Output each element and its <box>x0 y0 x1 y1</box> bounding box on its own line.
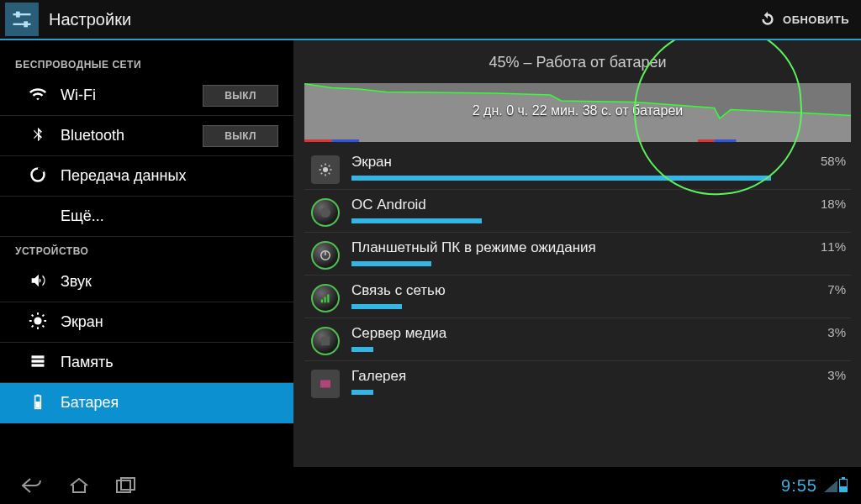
section-header: УСТРОЙСТВО <box>0 237 293 262</box>
usage-label: Сервер медиа <box>351 325 804 342</box>
svg-rect-14 <box>698 139 715 142</box>
sound-icon <box>27 271 49 293</box>
wifi-icon <box>27 85 49 107</box>
refresh-button[interactable]: ОБНОВИТЬ <box>747 0 861 39</box>
home-button[interactable] <box>55 467 103 504</box>
sidebar-item-label: Экран <box>61 313 278 331</box>
signal-icon <box>824 480 837 492</box>
wifi-toggle[interactable]: ВЫКЛ <box>203 85 278 107</box>
usage-percent: 3% <box>804 366 846 382</box>
sidebar-item-label: Передача данных <box>61 167 278 185</box>
refresh-label: ОБНОВИТЬ <box>783 13 849 26</box>
battery-status-title: 45% – Работа от батареи <box>304 47 851 83</box>
sidebar-item-data-usage[interactable]: Передача данных <box>0 156 293 197</box>
usage-row[interactable]: Сервер медиа3% <box>304 318 851 361</box>
recents-button[interactable] <box>103 467 150 504</box>
sidebar-item-label: Память <box>61 354 278 371</box>
settings-sidebar: БЕСПРОВОДНЫЕ СЕТИ Wi-Fi ВЫКЛ Bluetooth В… <box>0 40 294 467</box>
svg-rect-15 <box>715 139 737 142</box>
back-button[interactable] <box>8 467 55 504</box>
back-icon <box>20 476 44 495</box>
sidebar-item-more[interactable]: Ещё... <box>0 197 293 237</box>
usage-percent: 7% <box>804 281 846 297</box>
storage-icon <box>27 353 49 373</box>
action-bar: Настройки ОБНОВИТЬ <box>0 0 861 40</box>
usage-bar <box>351 176 771 181</box>
sidebar-item-label: Звук <box>61 273 278 291</box>
svg-rect-1 <box>13 24 31 25</box>
usage-percent: 18% <box>804 195 846 211</box>
recents-icon <box>115 477 137 494</box>
usage-row[interactable]: Связь с сетью7% <box>304 276 851 318</box>
brightness-icon <box>311 155 340 184</box>
page-title: Настройки <box>49 10 131 29</box>
usage-bar <box>351 347 373 352</box>
usage-percent: 3% <box>804 323 846 339</box>
svg-rect-6 <box>32 355 45 358</box>
svg-rect-13 <box>332 139 360 142</box>
android-icon <box>311 198 340 227</box>
svg-rect-2 <box>16 12 20 18</box>
svg-point-16 <box>323 167 328 172</box>
data-usage-icon <box>27 166 49 186</box>
svg-rect-7 <box>32 360 45 362</box>
usage-row[interactable]: ОС Android18% <box>304 190 851 233</box>
svg-rect-10 <box>36 394 39 396</box>
svg-point-5 <box>34 317 41 324</box>
usage-bar <box>351 218 482 223</box>
usage-label: Галерея <box>351 368 804 385</box>
settings-app-icon <box>5 3 39 36</box>
battery-usage-list: Экран58%ОС Android18%Планшетный ПК в реж… <box>304 147 851 403</box>
system-nav-bar: 9:55 <box>0 467 861 504</box>
clock: 9:55 <box>781 476 817 496</box>
sidebar-item-label: Bluetooth <box>61 127 203 144</box>
home-icon <box>68 476 90 495</box>
svg-rect-20 <box>325 297 326 303</box>
sidebar-item-display[interactable]: Экран <box>0 302 293 343</box>
svg-rect-23 <box>320 381 330 388</box>
svg-rect-21 <box>327 295 329 303</box>
svg-rect-12 <box>304 139 332 142</box>
svg-rect-19 <box>321 300 323 303</box>
svg-rect-3 <box>24 21 28 27</box>
bluetooth-toggle[interactable]: ВЫКЛ <box>203 125 278 147</box>
usage-label: Экран <box>351 154 804 171</box>
battery-duration-label: 2 дн. 0 ч. 22 мин. 38 с. от батареи <box>304 103 851 118</box>
battery-history-chart[interactable]: 2 дн. 0 ч. 22 мин. 38 с. от батареи <box>304 83 851 142</box>
sidebar-item-sound[interactable]: Звук <box>0 262 293 302</box>
usage-bar <box>351 390 373 395</box>
usage-label: ОС Android <box>351 197 804 213</box>
usage-percent: 11% <box>804 238 846 254</box>
svg-rect-11 <box>36 402 40 408</box>
refresh-icon <box>759 11 776 28</box>
sidebar-item-label: Wi-Fi <box>61 87 203 104</box>
media-icon <box>311 327 340 355</box>
bluetooth-icon <box>27 126 49 146</box>
section-header: БЕСПРОВОДНЫЕ СЕТИ <box>0 50 293 76</box>
usage-bar <box>351 261 431 266</box>
sidebar-item-bluetooth[interactable]: Bluetooth ВЫКЛ <box>0 116 293 156</box>
usage-row[interactable]: Планшетный ПК в режиме ожидания11% <box>304 233 851 276</box>
usage-percent: 58% <box>804 152 846 168</box>
gallery-icon <box>311 370 340 398</box>
usage-row[interactable]: Галерея3% <box>304 361 851 403</box>
status-icons <box>824 479 848 492</box>
usage-label: Планшетный ПК в режиме ожидания <box>351 239 804 256</box>
usage-row[interactable]: Экран58% <box>304 147 851 190</box>
svg-point-17 <box>320 207 330 218</box>
svg-rect-0 <box>13 13 31 15</box>
svg-rect-22 <box>321 337 330 346</box>
network-icon <box>311 284 340 312</box>
brightness-icon <box>27 312 49 333</box>
sidebar-item-label: Ещё... <box>61 207 278 225</box>
sidebar-item-storage[interactable]: Память <box>0 343 293 383</box>
battery-status-icon <box>839 479 848 492</box>
usage-label: Связь с сетью <box>351 282 804 299</box>
sidebar-item-label: Батарея <box>61 394 278 412</box>
battery-icon <box>27 393 49 413</box>
sidebar-item-wifi[interactable]: Wi-Fi ВЫКЛ <box>0 76 293 116</box>
sidebar-item-battery[interactable]: Батарея <box>0 383 293 423</box>
standby-icon <box>311 241 340 270</box>
usage-bar <box>351 304 402 309</box>
battery-detail-pane: 45% – Работа от батареи 2 дн. 0 ч. 22 ми… <box>294 40 861 467</box>
